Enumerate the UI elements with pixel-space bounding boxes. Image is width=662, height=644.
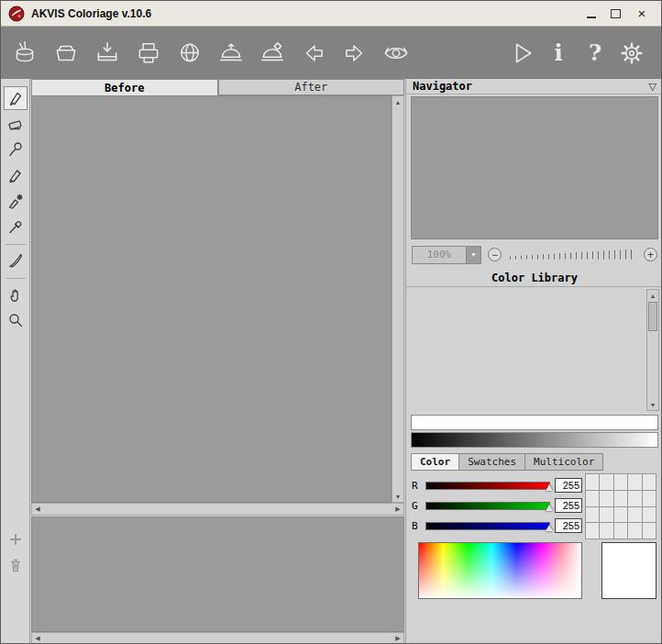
swatch-cell[interactable] [600, 523, 612, 539]
zoom-out-button[interactable]: − [488, 248, 502, 261]
scroll-down-button[interactable]: ▼ [647, 399, 658, 410]
printer-icon [135, 39, 162, 67]
green-value-input[interactable] [555, 498, 582, 513]
tool-divider [6, 244, 26, 245]
tab-color[interactable]: Color [411, 453, 459, 471]
canvas-horizontal-scrollbar[interactable]: ◀ ▶ [31, 503, 404, 516]
help-button[interactable]: ? [579, 35, 612, 72]
scroll-right-button[interactable]: ▶ [392, 633, 403, 644]
swatch-cell[interactable] [600, 491, 612, 506]
swatch-cell[interactable] [600, 507, 612, 523]
canvas-vertical-scrollbar[interactable]: ▲ ▼ [392, 95, 404, 503]
run-button[interactable] [505, 35, 538, 72]
swatch-cell[interactable] [643, 491, 656, 506]
swatch-cell[interactable] [628, 491, 641, 506]
brush-tool-button[interactable] [4, 249, 28, 272]
scroll-up-button[interactable]: ▲ [647, 290, 658, 301]
arrow-right-icon [341, 39, 369, 67]
swatch-cell[interactable] [628, 507, 641, 523]
tab-after[interactable]: After [218, 79, 405, 95]
preview-button[interactable] [380, 35, 413, 72]
swatch-cell[interactable] [586, 507, 599, 523]
swatch-cell[interactable] [643, 507, 656, 523]
color-spectrum-picker[interactable] [418, 542, 582, 599]
hand-tool-button[interactable] [4, 283, 28, 306]
print-button[interactable] [132, 35, 165, 72]
arrow-left-icon [300, 39, 327, 67]
collapse-triangle-icon[interactable]: ▽ [649, 81, 656, 93]
grayscale-gradient-bar[interactable] [411, 432, 658, 448]
zoom-tool-button[interactable] [4, 308, 28, 332]
swatch-cell[interactable] [614, 523, 627, 539]
current-color-swatch[interactable] [601, 542, 656, 599]
swatch-cell[interactable] [614, 474, 627, 490]
gear-icon [617, 39, 646, 68]
green-channel-slider[interactable] [425, 502, 550, 510]
color-pencil-icon [7, 167, 24, 183]
blue-value-input[interactable] [555, 518, 582, 533]
swatch-cell[interactable] [628, 523, 641, 539]
forward-button[interactable] [338, 35, 371, 72]
color-pencil-tool-button[interactable] [4, 163, 28, 187]
window-title: AKVIS Coloriage v.10.6 [31, 7, 151, 20]
tab-swatches[interactable]: Swatches [459, 453, 525, 471]
save-button[interactable] [91, 35, 124, 72]
tab-before[interactable]: Before [31, 79, 218, 95]
pencil-tool-button[interactable] [4, 86, 28, 110]
library-scrollbar[interactable]: ▲ ▼ [646, 289, 659, 411]
scroll-left-button[interactable]: ◀ [32, 504, 43, 515]
export-button[interactable] [215, 35, 248, 72]
open-button[interactable] [50, 35, 83, 72]
eyedropper-tool-button[interactable] [4, 215, 28, 239]
slider-marker[interactable] [546, 484, 553, 491]
value-gradient-bar[interactable] [411, 415, 658, 430]
color-library-list[interactable]: ▲ ▼ [406, 287, 662, 413]
delete-tool-button[interactable] [4, 553, 28, 577]
minimize-button[interactable] [587, 8, 596, 18]
add-tool-button[interactable] [4, 527, 28, 551]
back-button[interactable] [297, 35, 330, 72]
scroll-up-button[interactable]: ▲ [392, 96, 403, 107]
tube-tool-button[interactable] [4, 138, 28, 161]
swatch-cell[interactable] [643, 474, 656, 490]
swatch-cell[interactable] [614, 507, 627, 523]
swatch-cell[interactable] [586, 523, 599, 539]
secondary-horizontal-scrollbar[interactable]: ◀ ▶ [31, 632, 404, 644]
blue-channel-row: B [412, 516, 582, 536]
scroll-down-button[interactable]: ▼ [392, 491, 403, 502]
eraser-tool-button[interactable] [4, 112, 28, 136]
secondary-canvas[interactable] [31, 516, 404, 632]
image-canvas[interactable] [31, 95, 392, 503]
swatch-cell[interactable] [586, 474, 599, 490]
scroll-right-button[interactable]: ▶ [392, 504, 403, 515]
dropdown-arrow-icon[interactable]: ▼ [466, 247, 480, 263]
scroll-left-button[interactable]: ◀ [32, 633, 43, 644]
swatch-cell[interactable] [586, 491, 599, 506]
swatch-cell[interactable] [643, 523, 656, 539]
swatch-cell[interactable] [600, 474, 612, 490]
view-tabs: Before After [31, 79, 404, 95]
red-value-input[interactable] [555, 478, 582, 493]
zoom-in-button[interactable]: + [644, 248, 657, 261]
maximize-button[interactable] [611, 9, 621, 18]
play-icon [508, 39, 535, 67]
swatch-cell[interactable] [614, 491, 627, 506]
scrollbar-thumb[interactable] [648, 302, 657, 331]
titlebar: AKVIS Coloriage v.10.6 × [1, 1, 661, 27]
close-button[interactable]: × [635, 7, 648, 20]
zoom-slider[interactable] [508, 249, 637, 261]
batch-process-button[interactable] [256, 35, 289, 72]
slider-marker[interactable] [546, 525, 553, 531]
red-channel-slider[interactable] [425, 482, 550, 490]
akvis-logo-button[interactable] [8, 35, 41, 72]
publish-button[interactable] [173, 35, 206, 72]
zoom-combobox[interactable]: 100% ▼ [412, 246, 481, 264]
magic-pencil-tool-button[interactable] [4, 189, 28, 213]
info-button[interactable]: i [542, 35, 575, 72]
navigator-preview[interactable] [411, 96, 658, 239]
swatch-cell[interactable] [628, 474, 641, 490]
tab-multicolor[interactable]: Multicolor [525, 453, 603, 471]
preferences-button[interactable] [615, 35, 648, 72]
slider-marker[interactable] [546, 505, 553, 511]
blue-channel-slider[interactable] [425, 522, 550, 530]
